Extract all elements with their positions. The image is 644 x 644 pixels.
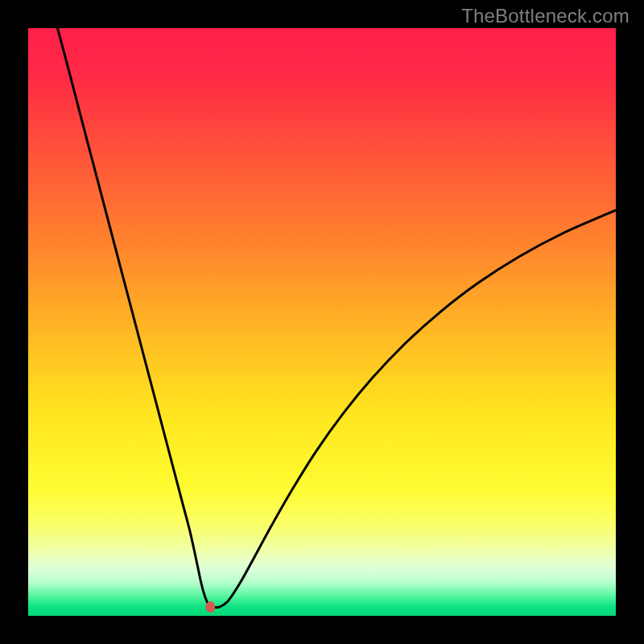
chart-frame: TheBottleneck.com — [0, 0, 644, 644]
chart-background — [28, 28, 616, 616]
minimum-marker — [205, 601, 215, 613]
bottleneck-chart — [28, 28, 616, 616]
watermark-text: TheBottleneck.com — [461, 5, 630, 27]
